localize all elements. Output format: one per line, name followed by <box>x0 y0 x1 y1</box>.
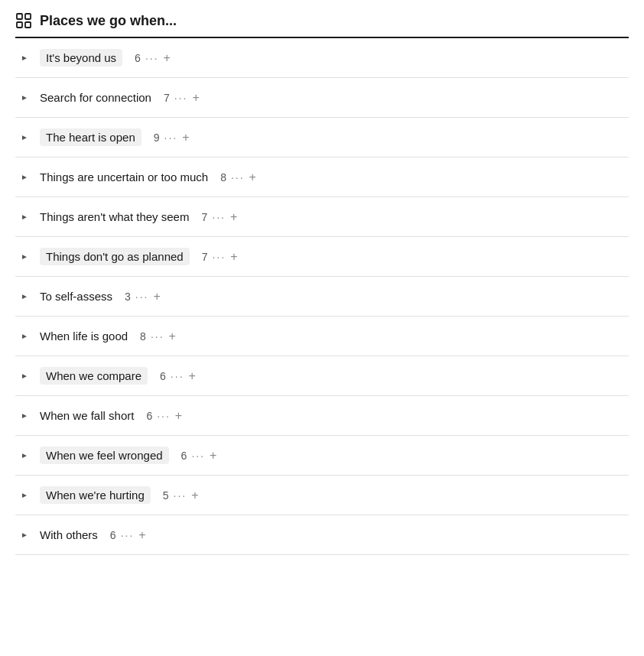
expand-arrow[interactable]: ► <box>18 251 31 263</box>
item-count: 9 <box>154 132 160 144</box>
item-add-button[interactable]: + <box>191 489 198 502</box>
expand-arrow[interactable]: ► <box>18 92 31 104</box>
item-label: To self-assess <box>40 287 112 305</box>
item-add-button[interactable]: + <box>164 51 171 65</box>
item-count: 6 <box>146 410 152 422</box>
svg-rect-1 <box>25 14 31 19</box>
expand-arrow[interactable]: ► <box>18 529 31 541</box>
item-actions: 8···+ <box>217 170 256 184</box>
item-label: Things are uncertain or too much <box>40 168 208 186</box>
expand-arrow[interactable]: ► <box>18 450 31 462</box>
item-add-button[interactable]: + <box>138 528 145 542</box>
item-label: With others <box>40 526 98 544</box>
item-count: 7 <box>202 251 208 263</box>
list-item: ►When we fall short6···+ <box>15 396 629 436</box>
item-more-button[interactable]: ··· <box>135 291 149 303</box>
item-add-button[interactable]: + <box>182 131 189 145</box>
item-count: 6 <box>135 52 141 64</box>
item-more-button[interactable]: ··· <box>174 92 188 104</box>
page-title: Places we go when... <box>40 13 177 29</box>
item-label: When we feel wronged <box>40 447 169 464</box>
item-actions: 6···+ <box>107 528 146 542</box>
item-add-button[interactable]: + <box>210 449 216 463</box>
item-more-button[interactable]: ··· <box>174 489 187 502</box>
item-add-button[interactable]: + <box>230 210 237 224</box>
list-item: ►When life is good8···+ <box>15 317 629 356</box>
item-add-button[interactable]: + <box>230 250 237 264</box>
item-add-button[interactable]: + <box>189 369 196 383</box>
item-label: When we're hurting <box>40 486 151 504</box>
item-label: Things don't go as planned <box>40 248 190 265</box>
item-more-button[interactable]: ··· <box>171 370 184 382</box>
item-label: When we fall short <box>40 407 134 424</box>
item-actions: 7···+ <box>199 250 238 264</box>
svg-rect-0 <box>17 14 22 19</box>
grid-icon <box>15 12 32 29</box>
item-count: 7 <box>164 92 170 104</box>
expand-arrow[interactable]: ► <box>18 489 31 502</box>
item-more-button[interactable]: ··· <box>121 529 135 541</box>
list-container: ►It's beyond us6···+►Search for connecti… <box>15 38 629 555</box>
item-more-button[interactable]: ··· <box>212 211 226 223</box>
item-count: 6 <box>160 370 166 382</box>
list-item: ►When we're hurting5···+ <box>15 476 629 515</box>
item-add-button[interactable]: + <box>169 330 176 343</box>
item-more-button[interactable]: ··· <box>145 52 159 64</box>
item-more-button[interactable]: ··· <box>164 132 178 144</box>
list-item: ►With others6···+ <box>15 515 629 555</box>
expand-arrow[interactable]: ► <box>18 370 31 382</box>
item-label: It's beyond us <box>40 49 122 67</box>
list-item: ►To self-assess3···+ <box>15 277 629 317</box>
item-count: 6 <box>110 529 116 541</box>
list-item: ►Search for connection7···+ <box>15 78 629 118</box>
item-more-button[interactable]: ··· <box>191 450 205 462</box>
list-item: ►Things don't go as planned7···+ <box>15 237 629 277</box>
expand-arrow[interactable]: ► <box>18 171 31 183</box>
svg-rect-3 <box>25 22 31 28</box>
expand-arrow[interactable]: ► <box>18 211 31 223</box>
item-actions: 7···+ <box>161 91 200 105</box>
item-more-button[interactable]: ··· <box>157 410 171 422</box>
item-actions: 3···+ <box>122 290 161 304</box>
item-label: The heart is open <box>40 128 141 146</box>
list-item: ►Things are uncertain or too much8···+ <box>15 158 629 197</box>
item-actions: 6···+ <box>132 51 171 65</box>
item-count: 5 <box>163 489 169 502</box>
item-add-button[interactable]: + <box>192 91 199 105</box>
svg-rect-2 <box>17 22 22 28</box>
item-actions: 7···+ <box>198 210 237 224</box>
item-actions: 6···+ <box>178 449 217 463</box>
item-count: 8 <box>140 330 146 343</box>
item-actions: 6···+ <box>143 409 182 423</box>
expand-arrow[interactable]: ► <box>18 330 31 343</box>
page-container: Places we go when... ►It's beyond us6···… <box>0 0 644 567</box>
list-item: ►It's beyond us6···+ <box>15 38 629 78</box>
item-add-button[interactable]: + <box>154 290 161 304</box>
item-count: 3 <box>125 291 131 303</box>
item-actions: 6···+ <box>157 369 196 383</box>
list-item: ►Things aren't what they seem7···+ <box>15 197 629 237</box>
page-header: Places we go when... <box>15 12 629 38</box>
item-count: 8 <box>220 171 226 183</box>
item-label: Things aren't what they seem <box>40 208 189 226</box>
expand-arrow[interactable]: ► <box>18 410 31 422</box>
item-label: Search for connection <box>40 89 151 106</box>
item-actions: 8···+ <box>137 330 176 343</box>
expand-arrow[interactable]: ► <box>18 132 31 144</box>
item-count: 6 <box>181 450 187 462</box>
expand-arrow[interactable]: ► <box>18 52 31 64</box>
list-item: ►When we compare6···+ <box>15 356 629 396</box>
list-item: ►When we feel wronged6···+ <box>15 436 629 476</box>
expand-arrow[interactable]: ► <box>18 291 31 303</box>
item-count: 7 <box>201 211 207 223</box>
item-more-button[interactable]: ··· <box>151 330 164 343</box>
list-item: ►The heart is open9···+ <box>15 118 629 158</box>
item-label: When we compare <box>40 367 148 385</box>
item-add-button[interactable]: + <box>249 170 256 184</box>
item-more-button[interactable]: ··· <box>231 171 245 183</box>
item-more-button[interactable]: ··· <box>212 251 226 263</box>
item-actions: 9···+ <box>151 131 190 145</box>
item-add-button[interactable]: + <box>175 409 182 423</box>
item-actions: 5···+ <box>160 489 199 502</box>
item-label: When life is good <box>40 327 128 345</box>
